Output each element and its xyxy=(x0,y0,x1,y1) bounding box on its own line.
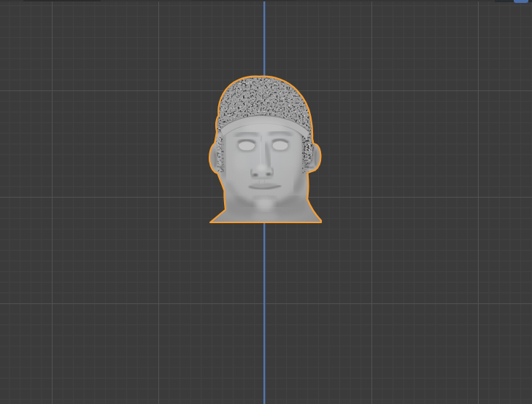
top-edge-ui-remnant-left xyxy=(23,0,101,1)
app-window xyxy=(0,0,532,404)
top-right-widget-fragment[interactable] xyxy=(514,0,528,3)
head-model[interactable] xyxy=(205,71,328,226)
top-edge-ui-remnant-mid xyxy=(192,0,296,1)
chin xyxy=(255,198,274,211)
philtrum xyxy=(259,179,260,183)
